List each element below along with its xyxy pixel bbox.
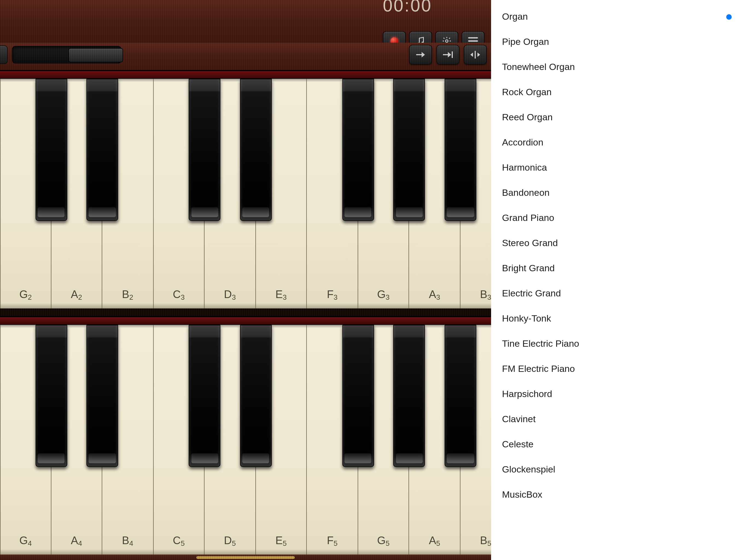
instrument-label: Bright Grand bbox=[502, 263, 555, 274]
split-icon bbox=[470, 51, 481, 58]
instrument-label: Pipe Organ bbox=[502, 36, 549, 48]
instrument-item[interactable]: Celeste bbox=[491, 432, 747, 457]
upper-keyboard: G2A2B2C3D3E3F3G3A3B3 bbox=[0, 70, 491, 308]
arrow-right-icon bbox=[416, 51, 426, 58]
instrument-label: Harpsichord bbox=[502, 389, 552, 400]
key-label: E3 bbox=[275, 288, 287, 301]
upper-black-key-after-4[interactable] bbox=[240, 79, 272, 221]
selected-indicator bbox=[726, 14, 732, 20]
upper-black-key-after-7[interactable] bbox=[393, 79, 425, 221]
instrument-label: Tine Electric Piano bbox=[502, 338, 579, 350]
instrument-item[interactable]: Reed Organ bbox=[491, 105, 747, 130]
instrument-label: Organ bbox=[502, 11, 528, 22]
upper-black-key-after-8[interactable] bbox=[445, 79, 476, 221]
instrument-label: FM Electric Piano bbox=[502, 364, 575, 375]
key-label: G2 bbox=[19, 288, 32, 301]
instrument-label: Glockenspiel bbox=[502, 464, 555, 475]
key-label: D3 bbox=[224, 288, 236, 301]
instrument-item[interactable]: Clavinet bbox=[491, 407, 747, 432]
key-label: B4 bbox=[122, 534, 133, 547]
keyboard-toolbar bbox=[0, 43, 491, 70]
key-label: E5 bbox=[275, 534, 287, 547]
instrument-item[interactable]: Harpsichord bbox=[491, 382, 747, 407]
key-label: B5 bbox=[480, 534, 491, 547]
left-edge-button[interactable] bbox=[0, 45, 8, 64]
upper-black-key-after-3[interactable] bbox=[189, 79, 221, 221]
instrument-label: Celeste bbox=[502, 439, 534, 450]
instrument-item[interactable]: MusicBox bbox=[491, 482, 747, 508]
lower-black-key-after-4[interactable] bbox=[240, 325, 272, 467]
lower-black-key-after-3[interactable] bbox=[189, 325, 221, 467]
lower-keyboard: G4A4B4C5D5E5F5G5A5B5 bbox=[0, 316, 491, 555]
instrument-label: Stereo Grand bbox=[502, 238, 558, 249]
felt-strip bbox=[0, 71, 491, 79]
instrument-label: Reed Organ bbox=[502, 112, 552, 123]
lower-black-key-after-8[interactable] bbox=[445, 325, 476, 467]
key-label: C5 bbox=[173, 534, 185, 547]
key-label: G4 bbox=[19, 534, 32, 547]
instrument-label: Electric Grand bbox=[502, 288, 561, 299]
instrument-label: Rock Organ bbox=[502, 87, 551, 98]
instrument-label: Accordion bbox=[502, 137, 543, 148]
instrument-label: Bandoneon bbox=[502, 187, 549, 199]
instrument-label: Tonewheel Organ bbox=[502, 62, 575, 73]
svg-rect-3 bbox=[468, 37, 478, 38]
scroll-fast-right-button[interactable] bbox=[436, 45, 459, 65]
svg-rect-6 bbox=[452, 51, 453, 58]
instrument-item[interactable]: FM Electric Piano bbox=[491, 357, 747, 382]
split-keyboard-button[interactable] bbox=[464, 45, 487, 65]
instrument-item[interactable]: Stereo Grand bbox=[491, 231, 747, 256]
key-label: B2 bbox=[122, 288, 133, 301]
instrument-item[interactable]: Tonewheel Organ bbox=[491, 55, 747, 80]
key-label: A4 bbox=[71, 534, 82, 547]
scroll-right-button[interactable] bbox=[409, 45, 432, 65]
position-slider[interactable] bbox=[12, 46, 121, 63]
instrument-label: Grand Piano bbox=[502, 213, 554, 224]
slider-thumb[interactable] bbox=[68, 48, 123, 62]
keyboard-divider bbox=[0, 308, 491, 316]
instrument-item[interactable]: Pipe Organ bbox=[491, 29, 747, 55]
upper-black-key-after-1[interactable] bbox=[86, 79, 118, 221]
instrument-item[interactable]: Accordion bbox=[491, 130, 747, 155]
lower-black-key-after-6[interactable] bbox=[342, 325, 374, 467]
bottom-strip bbox=[0, 555, 491, 560]
key-label: G5 bbox=[377, 534, 390, 547]
svg-rect-4 bbox=[468, 40, 478, 42]
instrument-sidebar: OrganPipe OrganTonewheel OrganRock Organ… bbox=[491, 0, 747, 560]
svg-point-2 bbox=[446, 40, 448, 42]
timer-display: 00:00 bbox=[383, 0, 432, 16]
key-label: F3 bbox=[327, 288, 337, 301]
lower-black-key-after-7[interactable] bbox=[393, 325, 425, 467]
instrument-item[interactable]: Harmonica bbox=[491, 155, 747, 180]
key-label: A3 bbox=[429, 288, 440, 301]
top-bar: 00:00 bbox=[0, 0, 491, 43]
instrument-item[interactable]: Honky-Tonk bbox=[491, 306, 747, 331]
key-label: A2 bbox=[71, 288, 82, 301]
instrument-item[interactable]: Rock Organ bbox=[491, 80, 747, 105]
lower-black-key-after-0[interactable] bbox=[35, 325, 67, 467]
instrument-list[interactable]: OrganPipe OrganTonewheel OrganRock Organ… bbox=[491, 0, 747, 512]
instrument-item[interactable]: Bandoneon bbox=[491, 180, 747, 206]
instrument-label: MusicBox bbox=[502, 489, 542, 501]
key-label: A5 bbox=[429, 534, 440, 547]
lower-black-key-after-1[interactable] bbox=[86, 325, 118, 467]
key-label: F5 bbox=[327, 534, 337, 547]
instrument-item[interactable]: Grand Piano bbox=[491, 206, 747, 231]
key-label: G3 bbox=[377, 288, 390, 301]
instrument-label: Honky-Tonk bbox=[502, 313, 551, 324]
instrument-item[interactable]: Glockenspiel bbox=[491, 457, 747, 482]
instrument-item[interactable]: Organ bbox=[491, 4, 747, 29]
felt-strip bbox=[0, 317, 491, 325]
instrument-label: Clavinet bbox=[502, 414, 536, 425]
instrument-item[interactable]: Bright Grand bbox=[491, 256, 747, 281]
key-label: C3 bbox=[173, 288, 185, 301]
upper-black-key-after-0[interactable] bbox=[35, 79, 67, 221]
key-label: D5 bbox=[224, 534, 236, 547]
key-label: B3 bbox=[480, 288, 491, 301]
instrument-label: Harmonica bbox=[502, 162, 547, 173]
instrument-item[interactable]: Tine Electric Piano bbox=[491, 331, 747, 357]
home-indicator bbox=[196, 556, 295, 559]
instrument-item[interactable]: Electric Grand bbox=[491, 281, 747, 306]
arrow-right-bar-icon bbox=[442, 51, 453, 58]
upper-black-key-after-6[interactable] bbox=[342, 79, 374, 221]
